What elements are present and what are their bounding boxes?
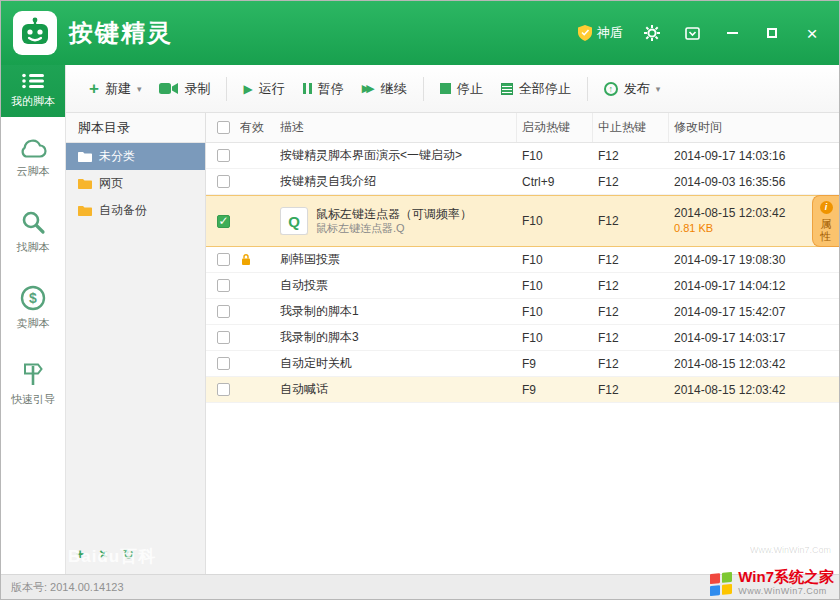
settings-button[interactable] [641, 22, 663, 44]
table-row[interactable]: 刷韩国投票 F10 F12 2014-09-17 19:08:30 [206, 247, 839, 273]
row-checkbox[interactable] [217, 149, 230, 162]
lock-icon [240, 253, 252, 266]
refresh-icon[interactable]: ↻ [122, 546, 134, 562]
publish-icon: ↑ [604, 82, 618, 96]
script-file-icon: Q [280, 207, 308, 235]
gear-icon [644, 25, 660, 41]
sidebar-item-quick-guide[interactable]: 快速引导 [1, 352, 65, 416]
row-start-hotkey: F10 [517, 331, 593, 345]
stop-all-button[interactable]: 全部停止 [492, 74, 580, 104]
row-desc: 按键精灵自我介绍 [280, 173, 517, 190]
folder-icon [78, 205, 92, 217]
script-tree-panel: 脚本目录 未分类 网页 自动备份 + × [66, 113, 206, 574]
row-modified: 2014-09-17 14:03:16 [669, 149, 839, 163]
table-row[interactable]: 自动投票 F10 F12 2014-09-17 14:04:12 [206, 273, 839, 299]
add-category-icon[interactable]: + [76, 546, 84, 562]
delete-category-icon[interactable]: × [99, 546, 107, 562]
app-window: 按键精灵 神盾 [0, 0, 840, 600]
row-stop-hotkey: F12 [593, 357, 669, 371]
col-desc: 描述 [280, 113, 517, 142]
row-start-hotkey: F10 [517, 253, 593, 267]
row-checkbox[interactable] [217, 175, 230, 188]
chevron-down-icon: ▾ [137, 84, 142, 94]
stop-all-icon [501, 83, 513, 95]
toolbar-separator [423, 77, 424, 101]
maximize-button[interactable] [761, 22, 783, 44]
table-row[interactable]: 按键精灵脚本界面演示<一键启动> F10 F12 2014-09-17 14:0… [206, 143, 839, 169]
svg-text:$: $ [29, 290, 37, 306]
tree-item-web[interactable]: 网页 [66, 170, 205, 197]
col-start-hotkey: 启动热键 [517, 113, 593, 142]
row-stop-hotkey: F12 [593, 149, 669, 163]
row-checkbox-checked[interactable] [217, 215, 230, 228]
button-label: 停止 [457, 80, 483, 98]
minimize-icon [727, 32, 738, 34]
shield-badge[interactable]: 神盾 [578, 24, 623, 42]
cloud-icon [18, 138, 48, 159]
row-checkbox[interactable] [217, 357, 230, 370]
row-checkbox[interactable] [217, 279, 230, 292]
table-row[interactable]: 我录制的脚本3 F10 F12 2014-09-17 14:03:17 [206, 325, 839, 351]
row-modified: 2014-09-03 16:35:56 [669, 175, 839, 189]
row-checkbox[interactable] [217, 305, 230, 318]
tray-window-icon [685, 27, 700, 40]
resume-button[interactable]: ▶▶ 继续 [353, 74, 416, 104]
version-text: 版本号: 2014.00.14123 [11, 580, 124, 595]
col-valid: 有效 [240, 119, 280, 136]
record-button[interactable]: 录制 [150, 74, 219, 104]
table-row[interactable]: 自动喊话 F9 F12 2014-08-15 12:03:42 [206, 377, 839, 403]
button-label: 全部停止 [519, 80, 571, 98]
title-bar: 按键精灵 神盾 [1, 1, 839, 65]
row-stop-hotkey: F12 [593, 175, 669, 189]
row-checkbox[interactable] [217, 331, 230, 344]
row-checkbox[interactable] [217, 253, 230, 266]
run-button[interactable]: ▶ 运行 [234, 74, 293, 104]
status-bar: 版本号: 2014.00.14123 [1, 574, 839, 599]
row-desc: 鼠标左键连点器（可调频率） [316, 207, 472, 221]
row-modified: 2014-09-17 19:08:30 [669, 253, 839, 267]
info-icon: i [820, 201, 833, 214]
button-label: 录制 [184, 80, 210, 98]
sidebar-item-find-scripts[interactable]: 找脚本 [1, 200, 65, 264]
new-button[interactable]: + 新建 ▾ [80, 74, 150, 104]
dollar-circle-icon: $ [20, 285, 46, 311]
row-start-hotkey: F9 [517, 383, 593, 397]
minimize-button[interactable] [721, 22, 743, 44]
hamburger-list-icon [22, 73, 44, 89]
table-row-selected[interactable]: Q 鼠标左键连点器（可调频率） 鼠标左键连点器.Q F10 F12 2014-0… [206, 195, 839, 247]
properties-tab[interactable]: i 属性 [812, 195, 839, 247]
sidebar-item-label: 我的脚本 [11, 94, 55, 109]
table-row[interactable]: 自动定时关机 F9 F12 2014-08-15 12:03:42 [206, 351, 839, 377]
row-desc: 刷韩国投票 [280, 251, 517, 268]
close-button[interactable]: × [801, 22, 823, 44]
sidebar-item-label: 找脚本 [17, 240, 50, 255]
sidebar: 我的脚本 云脚本 找脚本 $ 卖脚本 [1, 65, 66, 574]
col-modified: 修改时间 [669, 119, 839, 136]
row-desc: 我录制的脚本3 [280, 329, 517, 346]
tree-item-uncategorized[interactable]: 未分类 [66, 143, 205, 170]
plus-icon: + [89, 83, 99, 94]
tree-item-auto-backup[interactable]: 自动备份 [66, 197, 205, 224]
table-row[interactable]: 按键精灵自我介绍 Ctrl+9 F12 2014-09-03 16:35:56 [206, 169, 839, 195]
table-row[interactable]: 我录制的脚本1 F10 F12 2014-09-17 15:42:07 [206, 299, 839, 325]
tray-button[interactable] [681, 22, 703, 44]
pause-button[interactable]: 暂停 [294, 74, 353, 104]
toolbar-separator [587, 77, 588, 101]
button-label: 暂停 [318, 80, 344, 98]
sidebar-item-sell-scripts[interactable]: $ 卖脚本 [1, 276, 65, 340]
play-icon: ▶ [243, 82, 252, 96]
row-checkbox[interactable] [217, 383, 230, 396]
robot-icon [18, 16, 52, 50]
row-modified: 2014-09-17 15:42:07 [669, 305, 839, 319]
row-modified: 2014-09-17 14:04:12 [669, 279, 839, 293]
row-modified: 2014-08-15 12:03:42 [669, 383, 839, 397]
sidebar-item-cloud-scripts[interactable]: 云脚本 [1, 129, 65, 188]
shield-icon [578, 25, 592, 41]
sidebar-item-my-scripts[interactable]: 我的脚本 [1, 65, 65, 117]
tree-item-label: 网页 [99, 175, 123, 192]
maximize-icon [767, 28, 777, 38]
row-stop-hotkey: F12 [593, 253, 669, 267]
stop-button[interactable]: 停止 [431, 74, 492, 104]
publish-button[interactable]: ↑ 发布 ▾ [595, 74, 670, 104]
select-all-checkbox[interactable] [217, 121, 230, 134]
